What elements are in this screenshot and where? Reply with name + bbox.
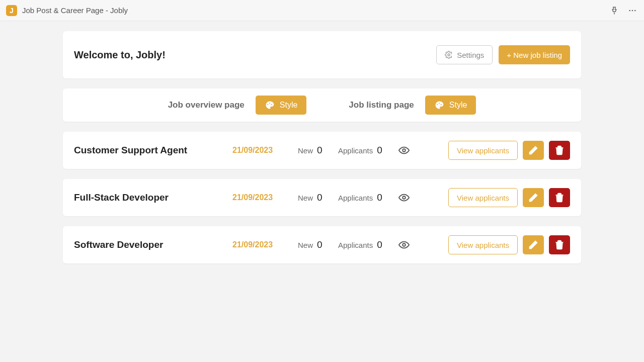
new-value: 0	[317, 145, 323, 156]
style-overview-button[interactable]: Style	[256, 96, 307, 115]
job-date: 21/09/2023	[232, 193, 298, 202]
page-style-nav: Job overview page Style Job listing page…	[63, 88, 581, 122]
eye-icon[interactable]	[398, 192, 410, 203]
svg-point-9	[440, 104, 441, 105]
pencil-icon	[528, 193, 538, 203]
trash-icon	[554, 193, 565, 203]
applicants-label: Applicants	[338, 241, 373, 249]
trash-icon	[554, 145, 565, 155]
style-button-label: Style	[449, 101, 467, 110]
nav-listing-label: Job listing page	[349, 100, 414, 110]
settings-button[interactable]: Settings	[436, 45, 493, 64]
svg-point-8	[439, 103, 440, 104]
palette-icon	[265, 100, 275, 110]
delete-button[interactable]	[549, 188, 570, 207]
job-title: Customer Support Agent	[74, 145, 232, 156]
pin-icon[interactable]	[609, 5, 620, 16]
view-applicants-button[interactable]: View applicants	[448, 188, 518, 207]
nav-overview-label: Job overview page	[168, 100, 245, 110]
app-logo-icon: J	[6, 5, 17, 16]
svg-point-7	[437, 104, 438, 105]
new-label: New	[298, 241, 313, 249]
svg-point-0	[629, 10, 630, 11]
trash-icon	[554, 240, 565, 250]
applicants-label: Applicants	[338, 146, 373, 155]
svg-point-10	[403, 149, 406, 152]
job-row: Customer Support Agent 21/09/2023 New 0 …	[63, 132, 581, 169]
edit-button[interactable]	[523, 188, 544, 207]
edit-button[interactable]	[523, 235, 544, 254]
applicants-value: 0	[377, 192, 382, 203]
style-button-label: Style	[280, 101, 298, 110]
applicants-label: Applicants	[338, 194, 373, 202]
delete-button[interactable]	[549, 235, 570, 254]
svg-point-5	[269, 103, 270, 104]
gear-icon	[445, 51, 453, 59]
svg-point-3	[448, 54, 450, 56]
eye-icon[interactable]	[398, 239, 410, 250]
new-value: 0	[317, 192, 323, 203]
job-title: Full-Stack Developer	[74, 192, 232, 203]
new-label: New	[298, 194, 313, 202]
applicants-value: 0	[377, 239, 382, 250]
svg-point-1	[632, 10, 633, 11]
job-row: Software Developer 21/09/2023 New 0 Appl…	[63, 226, 581, 263]
app-title: Job Post & Career Page - Jobly	[22, 6, 128, 15]
new-label: New	[298, 146, 313, 155]
new-job-button[interactable]: + New job listing	[499, 45, 570, 64]
applicants-value: 0	[377, 145, 382, 156]
eye-icon[interactable]	[398, 145, 410, 156]
dashboard-header: Welcome to, Jobly! Settings + New job li…	[63, 31, 581, 78]
svg-point-6	[271, 104, 272, 105]
job-title: Software Developer	[74, 239, 232, 250]
svg-point-12	[403, 243, 406, 246]
pencil-icon	[528, 145, 538, 155]
welcome-heading: Welcome to, Jobly!	[74, 49, 166, 61]
svg-point-2	[634, 10, 636, 11]
job-row: Full-Stack Developer 21/09/2023 New 0 Ap…	[63, 179, 581, 216]
svg-point-4	[267, 104, 268, 105]
app-topbar: J Job Post & Career Page - Jobly	[0, 0, 644, 21]
style-listing-button[interactable]: Style	[425, 96, 476, 115]
settings-button-label: Settings	[457, 51, 484, 59]
edit-button[interactable]	[523, 141, 544, 160]
job-date: 21/09/2023	[232, 146, 298, 155]
view-applicants-button[interactable]: View applicants	[448, 141, 518, 160]
svg-point-11	[403, 196, 406, 199]
view-applicants-button[interactable]: View applicants	[448, 235, 518, 254]
new-job-button-label: + New job listing	[507, 51, 562, 59]
new-value: 0	[317, 239, 323, 250]
palette-icon	[434, 100, 444, 110]
delete-button[interactable]	[549, 141, 570, 160]
job-date: 21/09/2023	[232, 240, 298, 249]
pencil-icon	[528, 240, 538, 250]
more-icon[interactable]	[627, 5, 638, 16]
